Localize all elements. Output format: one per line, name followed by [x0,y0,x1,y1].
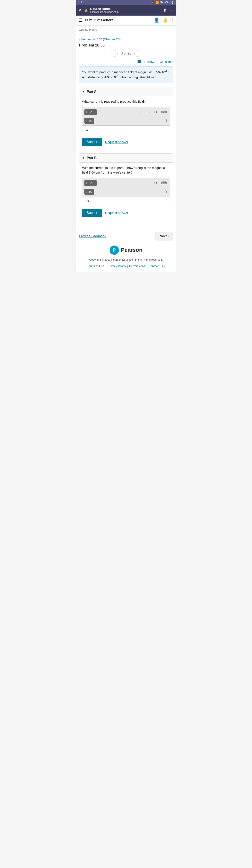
part-a-btn-row: Submit Request Answer [82,138,170,146]
part-b-submit-button[interactable]: Submit [82,209,102,217]
part-b-toolbar-left: √☐ [84,180,97,186]
formula-square-icon [86,111,89,114]
hamburger-menu[interactable]: ☰ [78,18,82,23]
nav-bar: ☰ PHY 112: General ... 👤 🔔 ? [76,16,176,26]
terms-link[interactable]: Terms of Use [87,265,104,268]
part-b-undo-button[interactable]: ↩ [138,180,143,186]
course-title: PHY 112: General ... [85,18,151,22]
part-a-collapse-icon: ▼ [82,90,85,93]
notification-icon: 🔕 [151,1,154,4]
part-a-keyboard-button[interactable]: ⌨ [160,109,168,115]
constants-link[interactable]: Constants [160,60,173,64]
part-b-keyboard-button[interactable]: ⌨ [160,180,168,186]
part-b-refresh-button[interactable]: ↻ [153,180,158,186]
browser-domain: openvellum.ecollege.com [90,10,161,13]
part-b-help-icon[interactable]: ? [165,189,168,194]
part-a-toolbar-right: ↩ ↪ ↻ ⌨ [138,109,168,115]
part-b-btn-row: Submit Request Answer [82,209,170,217]
part-b-body: With the current found in part A, how st… [79,163,173,220]
pearson-letter: P [113,247,116,253]
breadcrumb-text: Course Home [79,28,97,31]
part-b-input[interactable] [91,198,168,204]
breadcrumb: Course Home [76,26,176,34]
review-link[interactable]: Review [144,60,154,64]
part-b-label: Part B [87,156,97,160]
homework-link-text: Homework #05 (Chapter 20) [81,37,120,41]
part-b-variable: B = [84,199,89,203]
links-row: Review | Constants [79,60,173,64]
pipe-3: | [146,265,147,268]
part-b-collapse-icon: ▼ [82,157,85,159]
lock-icon: 🔒 [84,8,88,12]
part-b-formula-button[interactable]: √☐ [84,180,97,186]
part-a-header[interactable]: ▼ Part A [79,87,173,96]
part-a-body: What current is required to produce this… [79,96,173,149]
part-a-question: What current is required to produce this… [82,99,170,104]
part-a-refresh-button[interactable]: ↻ [153,109,158,115]
part-a-input-row: I = [82,126,170,135]
part-b-symbol-btn-text: ΑΣφ [86,190,92,193]
share-icon[interactable]: ⬆ [163,8,167,13]
part-b-math-toolbar-row2: ΑΣφ ? [82,188,170,196]
next-problem-button[interactable]: › [134,50,141,57]
pipe-1: | [106,265,106,268]
provide-feedback-link[interactable]: Provide Feedback [79,235,106,238]
part-a-input[interactable] [90,127,168,133]
part-b-input-container: √☐ ↩ ↪ ↻ ⌨ ΑΣφ ? [82,178,170,206]
status-time: 3:11 [78,1,83,4]
part-a-symbol-button[interactable]: ΑΣφ [84,118,94,124]
part-b-toolbar-right: ↩ ↪ ↻ ⌨ [138,180,168,186]
browser-title: Course Home [90,7,161,10]
help-icon[interactable]: ? [171,18,174,23]
part-a-undo-button[interactable]: ↩ [138,109,143,115]
part-a-toolbar-left: √☐ [84,109,97,115]
part-b-request-answer-link[interactable]: Request Answer [105,211,128,215]
part-b-redo-button[interactable]: ↪ [146,180,151,186]
wifi-icon: 📶 [156,1,159,4]
permissions-link[interactable]: Permissions [129,265,145,268]
status-icons: 🔕 📶 📡 90% 🔋 [151,1,174,4]
part-b-input-row: B = [82,196,170,206]
privacy-link[interactable]: Privacy Policy [108,265,126,268]
problem-statement: You want to produce a magnetic field of … [79,66,173,83]
copyright-text: Copyright © 2023 Pearson Education Inc. … [79,258,173,262]
url-info: Course Home openvellum.ecollege.com [90,7,161,13]
part-b-header[interactable]: ▼ Part B [79,154,173,163]
footer: Provide Feedback Next › P Pearson Copyri… [76,228,176,272]
browser-bar: ✕ 🔒 Course Home openvellum.ecollege.com … [76,5,176,16]
problem-nav: ‹ 3 of 21 › [79,50,173,57]
review-icon [138,60,141,63]
symbol-btn-text: ΑΣφ [86,119,92,122]
homework-link[interactable]: ‹ Homework #05 (Chapter 20) [79,37,120,41]
problem-title: Problem 20.38 [79,43,173,48]
part-b-formula-btn-text: √☐ [90,181,95,185]
part-a-label: Part A [87,90,97,94]
prev-problem-button[interactable]: ‹ [111,50,118,57]
part-a-input-container: √☐ ↩ ↪ ↻ ⌨ ΑΣφ ? [82,107,170,135]
pearson-logo: P Pearson [79,246,173,255]
part-b-symbol-button[interactable]: ΑΣφ [84,189,94,195]
chevron-left-icon: ‹ [79,37,80,41]
bell-icon[interactable]: 🔔 [163,18,168,23]
next-button[interactable]: Next › [155,232,173,241]
pipe-4: | [164,265,165,268]
part-a-math-toolbar-row2: ΑΣφ ? [82,117,170,126]
more-icon[interactable]: ⋮ [170,8,174,13]
footer-actions: Provide Feedback Next › [79,232,173,241]
browser-actions: ⬆ ⋮ [163,8,174,13]
pearson-name: Pearson [121,247,143,253]
part-a-submit-button[interactable]: Submit [82,138,102,146]
signal-icon: 📡 [160,1,163,4]
nav-icons: 👤 🔔 ? [154,18,174,23]
part-a-help-icon[interactable]: ? [165,118,168,123]
pearson-circle-icon: P [110,246,119,255]
part-a-formula-button[interactable]: √☐ [84,109,97,115]
contact-link[interactable]: Contact Us [148,265,163,268]
part-a-request-answer-link[interactable]: Request Answer [105,140,128,144]
part-a-redo-button[interactable]: ↪ [146,109,151,115]
part-a-section: ▼ Part A What current is required to pro… [79,87,173,149]
user-icon[interactable]: 👤 [154,18,159,23]
close-button[interactable]: ✕ [78,8,82,13]
part-b-section: ▼ Part B With the current found in part … [79,153,173,220]
part-b-question: With the current found in part A, how st… [82,165,170,175]
